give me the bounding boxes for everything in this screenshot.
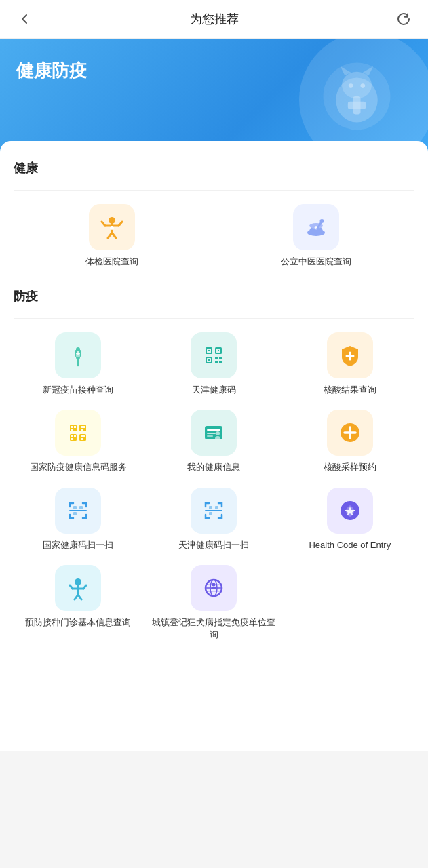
rabies-unit-label: 城镇登记狂犬病指定免疫单位查询	[149, 616, 278, 641]
vaccine-label: 新冠疫苗接种查询	[43, 384, 113, 396]
app-health-code-entry[interactable]: Health Code of Entry	[286, 488, 414, 551]
divider-epidemic	[14, 318, 414, 319]
svg-rect-56	[71, 438, 73, 440]
vaccination-clinic-label: 预防接种门诊基本信息查询	[25, 616, 131, 629]
physical-exam-icon-wrap	[89, 204, 135, 250]
my-health-info-icon-wrap	[191, 410, 237, 456]
section-health-label: 健康	[14, 160, 414, 176]
svg-rect-47	[74, 426, 76, 428]
main-card: 健康 体检医院查询	[0, 141, 428, 751]
svg-rect-58	[81, 435, 83, 437]
app-national-health-code[interactable]: 国家防疫健康信息码服务	[14, 410, 142, 473]
app-tianjin-scan[interactable]: 天津健康码扫一扫	[149, 488, 278, 551]
svg-rect-54	[71, 435, 73, 437]
app-tcm-hospital[interactable]: 公立中医医院查询	[218, 204, 415, 268]
header: 为您推荐	[0, 0, 428, 39]
svg-point-7	[349, 83, 353, 88]
nucleic-result-icon-wrap	[327, 332, 373, 378]
svg-rect-32	[208, 350, 210, 351]
svg-rect-48	[71, 429, 73, 431]
svg-rect-74	[209, 506, 212, 509]
svg-rect-17	[111, 226, 113, 230]
svg-line-13	[112, 233, 116, 238]
app-tianjin-health-code[interactable]: 天津健康码	[149, 332, 278, 396]
health-grid: 体检医院查询 公立中医医院查询	[14, 204, 414, 268]
vaccination-clinic-icon-wrap	[55, 565, 101, 611]
svg-rect-52	[81, 429, 83, 431]
nucleic-result-label: 核酸结果查询	[324, 384, 376, 396]
page-title: 为您推荐	[190, 11, 239, 27]
divider-health	[14, 190, 414, 191]
svg-rect-21	[315, 226, 317, 230]
svg-rect-59	[83, 435, 85, 437]
tianjin-qr-icon-wrap	[191, 332, 237, 378]
app-vaccine[interactable]: 新冠疫苗接种查询	[14, 332, 142, 396]
svg-rect-6	[348, 102, 366, 109]
app-my-health-info[interactable]: 我的健康信息	[149, 410, 278, 473]
health-code-entry-icon-wrap	[327, 488, 373, 534]
app-nucleic-result[interactable]: 核酸结果查询	[286, 332, 414, 396]
epidemic-grid: 新冠疫苗接种查询	[14, 332, 414, 641]
nucleic-appointment-label: 核酸采样预约	[324, 461, 376, 473]
svg-rect-70	[73, 506, 77, 509]
svg-rect-55	[74, 435, 76, 437]
app-rabies-unit[interactable]: 城镇登记狂犬病指定免疫单位查询	[149, 565, 278, 641]
svg-rect-41	[215, 361, 218, 363]
svg-line-84	[83, 585, 86, 589]
hero-banner: 健康防疫	[0, 39, 428, 157]
section-epidemic-label: 防疫	[14, 288, 414, 304]
rabies-unit-icon-wrap	[191, 565, 237, 611]
svg-rect-71	[79, 506, 83, 509]
svg-rect-42	[219, 361, 222, 363]
national-health-code-label: 国家防疫健康信息码服务	[30, 461, 127, 473]
national-health-code-icon-wrap	[55, 410, 101, 456]
svg-rect-40	[219, 357, 222, 359]
tianjin-scan-icon-wrap	[191, 488, 237, 534]
vaccine-icon-wrap	[55, 332, 101, 378]
svg-point-90	[212, 583, 216, 586]
svg-rect-46	[71, 426, 73, 428]
national-scan-label: 国家健康码扫一扫	[43, 539, 113, 551]
hero-title: 健康防疫	[16, 59, 412, 83]
tianjin-scan-label: 天津健康码扫一扫	[178, 539, 249, 551]
svg-point-8	[361, 83, 366, 88]
svg-line-82	[78, 595, 81, 599]
svg-rect-38	[208, 359, 210, 361]
tianjin-health-code-label: 天津健康码	[192, 384, 236, 396]
nucleic-appointment-icon-wrap	[327, 410, 373, 456]
tcm-label: 公立中医医院查询	[281, 256, 351, 268]
national-scan-icon-wrap	[55, 488, 101, 534]
back-button[interactable]	[14, 8, 35, 30]
svg-rect-75	[215, 506, 218, 509]
svg-line-83	[70, 585, 73, 589]
svg-rect-72	[73, 512, 77, 515]
svg-line-14	[102, 222, 105, 226]
svg-rect-50	[81, 426, 83, 428]
svg-point-23	[319, 219, 324, 223]
svg-line-15	[119, 222, 122, 226]
app-vaccination-clinic[interactable]: 预防接种门诊基本信息查询	[14, 565, 142, 641]
my-health-info-label: 我的健康信息	[187, 461, 240, 473]
app-physical-exam[interactable]: 体检医院查询	[14, 204, 211, 268]
app-national-scan[interactable]: 国家健康码扫一扫	[14, 488, 142, 551]
svg-rect-76	[209, 512, 212, 515]
svg-rect-39	[215, 357, 218, 359]
health-code-entry-label: Health Code of Entry	[309, 539, 391, 551]
svg-rect-60	[81, 438, 83, 440]
physical-exam-label: 体检医院查询	[85, 256, 138, 268]
svg-point-65	[216, 431, 220, 435]
app-nucleic-appointment[interactable]: 核酸采样预约	[286, 410, 414, 473]
tcm-icon-wrap	[293, 204, 339, 250]
svg-rect-51	[83, 426, 85, 428]
svg-rect-35	[218, 350, 219, 351]
refresh-button[interactable]	[393, 8, 414, 30]
